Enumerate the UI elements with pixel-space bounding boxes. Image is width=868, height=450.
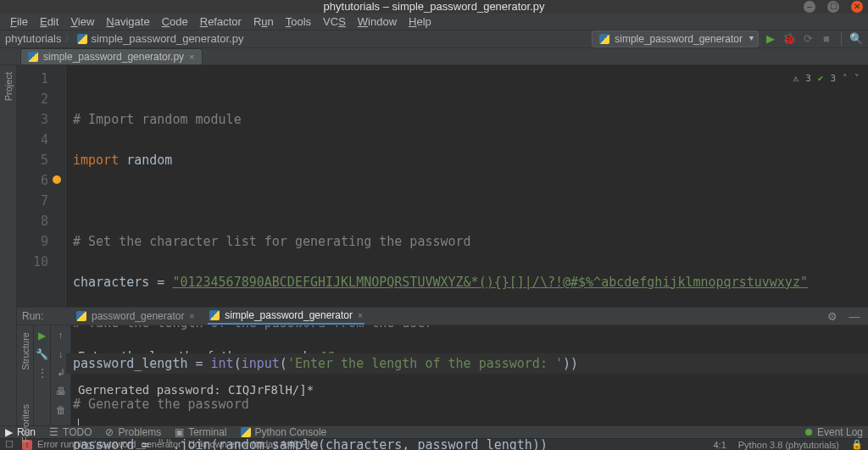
editor-tabs: simple_password_generator.py ×	[0, 48, 868, 65]
intention-bulb-icon[interactable]	[53, 175, 61, 184]
code-comment: # Set the character list for generating …	[73, 234, 471, 249]
run-tool-tabs: Run: password_generator × simple_passwor…	[17, 307, 868, 325]
left-tool-stripe: Project	[0, 65, 17, 425]
python-file-icon	[28, 52, 38, 62]
menu-edit[interactable]: Edit	[35, 14, 64, 30]
menu-tools[interactable]: Tools	[281, 14, 316, 30]
breadcrumb-project[interactable]: phytutorials	[5, 32, 61, 45]
line-number: 10	[17, 252, 48, 272]
line-number: 9	[17, 231, 48, 252]
rerun-icon[interactable]: ▶	[36, 329, 49, 342]
menu-code[interactable]: Code	[157, 14, 193, 30]
run-tab-label: simple_password_generator	[225, 309, 353, 321]
menu-navigate[interactable]: Navigate	[101, 14, 154, 30]
hide-icon[interactable]: —	[848, 309, 861, 323]
breadcrumb-file[interactable]: simple_password_generator.py	[91, 32, 243, 45]
line-number: 3	[17, 109, 48, 130]
menu-help[interactable]: Help	[403, 14, 437, 30]
code-comment: # Import random module	[73, 112, 242, 127]
code-builtin: input	[242, 356, 280, 371]
chevron-up-icon[interactable]: ˄	[843, 69, 848, 89]
run-play-icon[interactable]: ▶	[764, 32, 777, 46]
window-title: phytutorials – simple_password_generator…	[324, 0, 545, 13]
code-string: 'Enter the length of the password: '	[287, 356, 563, 371]
editor-gutter[interactable]: 1 2 3 4 5 6 7 8 9 10	[17, 65, 66, 307]
line-number: 6	[17, 170, 48, 191]
gear-icon[interactable]: ⚙	[826, 309, 839, 323]
close-icon[interactable]: ×	[189, 52, 194, 62]
close-icon[interactable]: ×	[358, 311, 363, 320]
code-identifier: password_length	[73, 356, 187, 371]
code-keyword: import	[73, 153, 119, 168]
line-number: 2	[17, 89, 48, 109]
typo-count: 3	[830, 69, 836, 89]
line-number: 1	[17, 69, 48, 89]
code-area[interactable]: ⚠3 ✔3 ˄ ˅ # Import random module import …	[66, 65, 868, 307]
run-configuration-label: simple_password_generator	[615, 33, 743, 45]
run-tab-1[interactable]: password_generator ×	[75, 308, 196, 324]
nav-bar: phytutorials 〉 simple_password_generator…	[0, 31, 868, 48]
python-run-icon	[209, 310, 220, 320]
window-minimize-button[interactable]: –	[804, 1, 815, 13]
python-file-icon	[77, 34, 87, 44]
trash-icon[interactable]: 🗑	[54, 403, 68, 417]
typo-icon[interactable]: ✔	[818, 69, 824, 89]
close-icon[interactable]: ×	[189, 312, 194, 321]
menu-run[interactable]: Run	[248, 14, 279, 30]
code-string: ""	[157, 437, 172, 450]
code-comment: # Generate the password	[73, 397, 249, 412]
stop-icon[interactable]: ■	[820, 32, 833, 46]
menu-file[interactable]: File	[5, 14, 33, 30]
code-identifier: random	[126, 153, 172, 168]
warning-count: 3	[805, 69, 811, 89]
warning-icon[interactable]: ⚠	[793, 69, 799, 89]
editor-tab-active[interactable]: simple_password_generator.py ×	[20, 48, 203, 64]
run-tab-2[interactable]: simple_password_generator ×	[208, 308, 364, 325]
run-toolbar-right: ↑ ↓ ↲ 🖶 🗑	[51, 325, 71, 425]
chevron-right-icon: 〉	[64, 32, 74, 45]
project-tool-button[interactable]: Project	[3, 72, 14, 101]
chevron-down-icon[interactable]: ˅	[854, 69, 860, 89]
line-number: 5	[17, 150, 48, 170]
favorites-tool-button[interactable]: Favorites	[20, 404, 31, 442]
left-tool-stripe-2: Structure Favorites	[17, 325, 34, 425]
code-string: "01234567890ABCDEFGHIJKLMNOPQRSTUVWXYZ&*…	[172, 275, 808, 290]
code-identifier: characters	[73, 275, 149, 290]
print-icon[interactable]: 🖶	[54, 385, 68, 398]
run-play-icon: ▶	[5, 426, 13, 438]
status-tool-windows-icon[interactable]: ☐	[5, 439, 14, 450]
breadcrumb: phytutorials 〉 simple_password_generator…	[5, 32, 243, 45]
todo-icon: ☰	[49, 426, 58, 438]
search-icon[interactable]: 🔍	[849, 32, 863, 46]
divider	[841, 32, 842, 46]
menu-refactor[interactable]: Refactor	[195, 14, 247, 30]
dots-icon[interactable]: ⋮	[36, 366, 49, 380]
menu-bar: File Edit View Navigate Code Refactor Ru…	[0, 14, 868, 31]
up-arrow-icon[interactable]: ↑	[54, 329, 68, 342]
menu-view[interactable]: View	[65, 14, 99, 30]
code-editor[interactable]: 1 2 3 4 5 6 7 8 9 10 ⚠3 ✔3 ˄ ˅ # Import …	[17, 65, 868, 307]
editor-tab-label: simple_password_generator.py	[43, 51, 184, 63]
run-toolbar-left: ▶ 🔧 ⋮	[34, 325, 51, 425]
line-number: 4	[17, 130, 48, 150]
run-with-coverage-icon[interactable]: ⟳	[801, 32, 815, 46]
debug-icon[interactable]: 🐞	[782, 32, 796, 46]
code-identifier: password	[73, 437, 134, 450]
run-tab-label: password_generator	[92, 310, 184, 322]
menu-window[interactable]: Window	[353, 14, 402, 30]
window-maximize-button[interactable]: ☐	[827, 1, 839, 13]
tool-settings-icon[interactable]: 🔧	[36, 347, 49, 361]
python-run-icon	[76, 311, 86, 321]
code-builtin: int	[211, 356, 234, 371]
title-bar: phytutorials – simple_password_generator…	[0, 0, 868, 14]
line-number: 8	[17, 211, 48, 231]
run-label: Run:	[22, 310, 43, 322]
structure-tool-button[interactable]: Structure	[20, 332, 31, 370]
menu-vcs[interactable]: VCS	[318, 14, 351, 30]
python-run-icon	[599, 34, 609, 44]
line-number: 7	[17, 191, 48, 211]
window-close-button[interactable]: ✕	[851, 1, 863, 13]
run-configuration-select[interactable]: simple_password_generator	[592, 31, 759, 47]
